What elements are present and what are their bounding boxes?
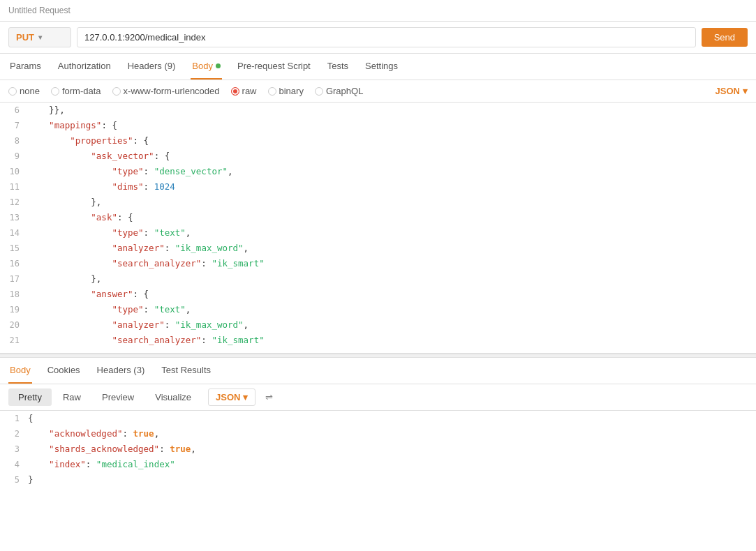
response-toolbar: Pretty Raw Preview Visualize JSON ▾ ⇌: [0, 384, 756, 411]
resp-tab-body[interactable]: Body: [8, 358, 32, 384]
radio-binary[interactable]: binary: [268, 86, 304, 96]
radio-urlencoded[interactable]: x-www-form-urlencoded: [112, 86, 220, 96]
line-number: 21: [0, 333, 28, 348]
line-content: }},: [28, 103, 756, 118]
line-content: "ask": {: [28, 210, 756, 225]
request-code-editor[interactable]: 6 }},7 "mappings": {8 "properties": {9 "…: [0, 103, 756, 354]
resp-pretty-btn[interactable]: Pretty: [8, 388, 52, 406]
tab-headers[interactable]: Headers (9): [126, 54, 177, 80]
line-number: 19: [0, 302, 28, 317]
resp-line-content: "index": "medical_index": [28, 457, 756, 472]
tab-body-label: Body: [192, 61, 213, 71]
tab-headers-label: Headers (9): [128, 61, 176, 71]
line-number: 14: [0, 225, 28, 241]
line-number: 20: [0, 317, 28, 333]
body-format-dropdown[interactable]: JSON ▾: [716, 86, 748, 96]
method-dropdown[interactable]: PUT ▾: [8, 27, 71, 47]
radio-raw-label: raw: [242, 86, 257, 96]
resp-line-number: 1: [0, 411, 28, 426]
method-label: PUT: [16, 32, 34, 43]
radio-raw[interactable]: raw: [231, 86, 257, 96]
code-line: 19 "type": "text",: [0, 302, 756, 317]
line-number: 13: [0, 210, 28, 225]
line-number: 9: [0, 149, 28, 164]
line-content: "search_analyzer": "ik_smart": [28, 256, 756, 271]
body-format-arrow-icon: ▾: [743, 86, 748, 96]
resp-raw-btn[interactable]: Raw: [53, 388, 91, 406]
resp-tab-headers[interactable]: Headers (3): [96, 358, 147, 384]
line-content: "properties": {: [28, 133, 756, 149]
code-line: 8 "properties": {: [0, 133, 756, 149]
radio-graphql[interactable]: GraphQL: [315, 86, 363, 96]
radio-graphql-dot: [315, 87, 323, 96]
tab-settings-label: Settings: [365, 61, 398, 71]
radio-none-label: none: [20, 86, 40, 96]
code-line: 21 "search_analyzer": "ik_smart": [0, 333, 756, 348]
line-content: "search_analyzer": "ik_smart": [28, 333, 756, 348]
line-content: },: [28, 271, 756, 287]
line-number: 17: [0, 271, 28, 287]
line-content: },: [28, 195, 756, 210]
resp-line-content: {: [28, 411, 756, 426]
line-content: "type": "dense_vector",: [28, 164, 756, 179]
response-format-dropdown[interactable]: JSON ▾: [208, 388, 255, 406]
tab-tests[interactable]: Tests: [326, 54, 350, 80]
code-line: 18 "answer": {: [0, 287, 756, 302]
response-format-arrow-icon: ▾: [243, 392, 248, 402]
tab-authorization[interactable]: Authorization: [57, 54, 112, 80]
resp-tab-cookies[interactable]: Cookies: [46, 358, 82, 384]
code-line: 9 "ask_vector": {: [0, 149, 756, 164]
line-content: "analyzer": "ik_max_word",: [28, 241, 756, 256]
resp-line-number: 2: [0, 426, 28, 441]
url-bar: PUT ▾ Send: [0, 22, 756, 54]
line-number: 8: [0, 133, 28, 149]
resp-code-line: 3 "shards_acknowledged": true,: [0, 441, 756, 457]
radio-none-dot: [8, 87, 17, 96]
resp-tab-test-results[interactable]: Test Results: [160, 358, 212, 384]
send-button[interactable]: Send: [702, 28, 748, 47]
tab-pre-request-label: Pre-request Script: [237, 61, 311, 71]
filter-icon[interactable]: ⇌: [262, 389, 276, 405]
radio-raw-dot: [231, 87, 239, 96]
radio-form-data[interactable]: form-data: [51, 86, 101, 96]
line-content: "answer": {: [28, 287, 756, 302]
request-tabs-bar: Params Authorization Headers (9) Body Pr…: [0, 54, 756, 80]
code-line: 14 "type": "text",: [0, 225, 756, 241]
tab-pre-request-script[interactable]: Pre-request Script: [236, 54, 312, 80]
response-format-label: JSON: [216, 392, 240, 402]
url-input[interactable]: [77, 27, 696, 47]
radio-form-data-dot: [51, 87, 59, 96]
tab-settings[interactable]: Settings: [364, 54, 399, 80]
radio-binary-label: binary: [279, 86, 304, 96]
line-number: 12: [0, 195, 28, 210]
resp-line-number: 3: [0, 441, 28, 457]
line-number: 11: [0, 179, 28, 195]
resp-tab-test-results-label: Test Results: [161, 365, 211, 375]
line-content: "mappings": {: [28, 118, 756, 133]
response-tabs-bar: Body Cookies Headers (3) Test Results: [0, 358, 756, 384]
tab-params-label: Params: [10, 61, 41, 71]
resp-line-number: 5: [0, 472, 28, 488]
radio-none[interactable]: none: [8, 86, 40, 96]
code-line: 10 "type": "dense_vector",: [0, 164, 756, 179]
tab-body[interactable]: Body: [191, 54, 222, 80]
line-number: 15: [0, 241, 28, 256]
code-line: 11 "dims": 1024: [0, 179, 756, 195]
code-line: 12 },: [0, 195, 756, 210]
resp-visualize-btn[interactable]: Visualize: [145, 388, 201, 406]
code-line: 16 "search_analyzer": "ik_smart": [0, 256, 756, 271]
line-content: "dims": 1024: [28, 179, 756, 195]
code-line: 13 "ask": {: [0, 210, 756, 225]
tab-params[interactable]: Params: [8, 54, 43, 80]
page-title: Untitled Request: [8, 6, 71, 15]
code-line: 6 }},: [0, 103, 756, 118]
code-line: 7 "mappings": {: [0, 118, 756, 133]
response-code-editor[interactable]: 1{2 "acknowledged": true,3 "shards_ackno…: [0, 411, 756, 536]
resp-code-line: 5}: [0, 472, 756, 488]
radio-binary-dot: [268, 87, 276, 96]
resp-preview-btn[interactable]: Preview: [92, 388, 144, 406]
tab-authorization-label: Authorization: [58, 61, 111, 71]
resp-tab-body-label: Body: [10, 365, 31, 375]
body-format-label: JSON: [716, 86, 740, 96]
line-number: 18: [0, 287, 28, 302]
